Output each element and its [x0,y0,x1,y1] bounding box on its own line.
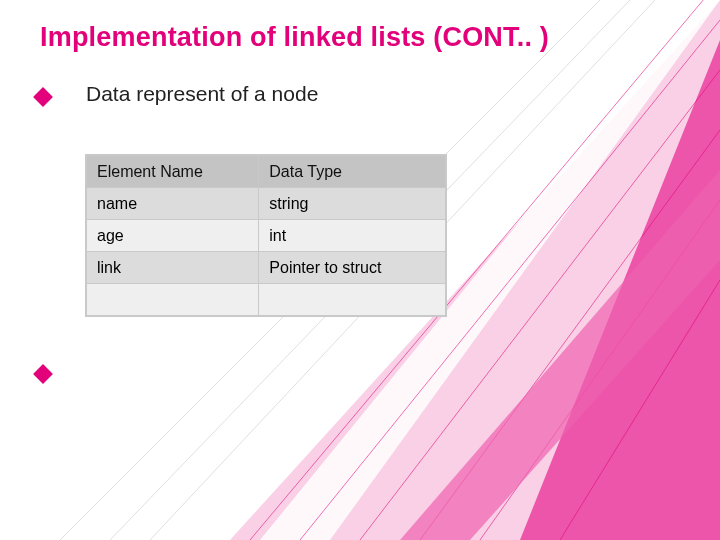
table-row: link Pointer to struct [87,252,446,284]
cell-element-name: age [87,220,259,252]
svg-line-7 [480,200,720,540]
cell-data-type: Pointer to struct [259,252,446,284]
svg-marker-1 [520,40,720,540]
node-fields-table: Element Name Data Type name string age i… [86,155,446,316]
cell-data-type: string [259,188,446,220]
bullet-icon [33,364,53,384]
cell-data-type: int [259,220,446,252]
cell-element-name [87,284,259,316]
svg-marker-12 [400,170,720,540]
cell-element-name: name [87,188,259,220]
cell-data-type [259,284,446,316]
svg-line-8 [560,280,720,540]
column-header: Data Type [259,156,446,188]
cell-element-name: link [87,252,259,284]
bullet-icon [33,87,53,107]
table-row: name string [87,188,446,220]
table-row: age int [87,220,446,252]
subheading: Data represent of a node [86,82,318,106]
svg-line-6 [420,130,720,540]
table-header-row: Element Name Data Type [87,156,446,188]
table-row [87,284,446,316]
page-title: Implementation of linked lists (CONT.. ) [40,22,549,53]
column-header: Element Name [87,156,259,188]
